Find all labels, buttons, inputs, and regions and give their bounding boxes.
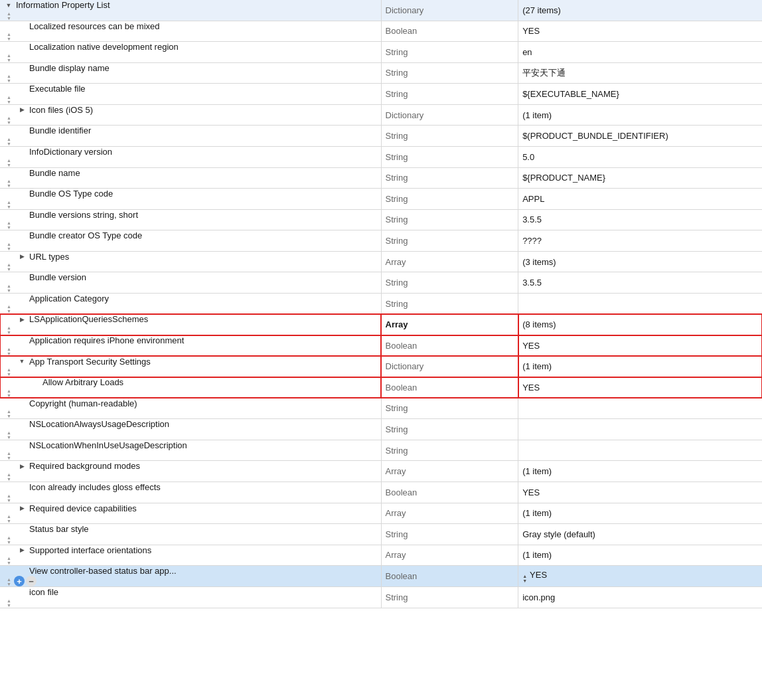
sort-arrows[interactable]: ▲▼ [7,200,11,209]
key-label: View controller-based status bar app... [29,566,177,576]
table-row[interactable]: NSLocationAlwaysUsageDescription▲▼String [0,419,762,440]
type-label: String [386,152,408,162]
sort-arrows[interactable]: ▲▼ [7,325,11,335]
table-row[interactable]: Application Category▲▼String [0,293,762,314]
key-label: Information Property List [16,0,110,10]
sort-arrows[interactable]: ▲▼ [7,556,11,565]
sort-arrows[interactable]: ▲▼ [7,95,11,104]
sort-arrows[interactable]: ▲▼ [7,262,11,272]
key-label: Allow Arbitrary Loads [42,377,123,387]
value-label: (1 item) [522,508,552,518]
table-row[interactable]: Status bar style▲▼StringGray style (defa… [0,524,762,545]
sort-arrows[interactable]: ▲▼ [7,514,11,523]
sort-arrows[interactable]: ▲▼ [7,430,11,440]
sort-arrows[interactable]: ▲▼ [7,137,11,146]
row-actions: +− [14,576,37,586]
table-row[interactable]: LSApplicationQueriesSchemes▲▼Array(8 ite… [0,314,762,335]
remove-row-button[interactable]: − [26,576,37,586]
type-label: String [386,131,408,141]
table-row[interactable]: Bundle creator OS Type code▲▼String???? [0,230,762,252]
sort-arrows[interactable]: ▲▼ [7,284,11,293]
table-row[interactable]: Application requires iPhone environment▲… [0,335,762,357]
disclosure-icon[interactable] [17,315,27,324]
table-row[interactable]: Bundle identifier▲▼String$(PRODUCT_BUNDL… [0,126,762,147]
key-label: Required device capabilities [29,503,137,513]
key-label: icon file [29,587,58,597]
disclosure-icon[interactable] [17,503,27,513]
sort-arrows[interactable]: ▲▼ [7,158,11,167]
sort-arrows[interactable]: ▲▼ [7,472,11,481]
sort-arrows[interactable]: ▲▼ [7,32,11,41]
type-label: Dictionary [386,110,424,120]
disclosure-icon[interactable] [4,1,13,10]
value-label: 3.5.5 [522,215,542,224]
table-row[interactable]: Executable file▲▼String${EXECUTABLE_NAME… [0,84,762,105]
key-label: LSApplicationQueriesSchemes [29,314,148,324]
value-label: (1 item) [522,361,552,371]
table-row[interactable]: InfoDictionary version▲▼String5.0 [0,146,762,167]
table-row[interactable]: URL types▲▼Array(3 items) [0,251,762,272]
add-row-button[interactable]: + [14,576,25,586]
table-row[interactable]: Localized resources can be mixed▲▼Boolea… [0,21,762,42]
sort-arrows[interactable]: ▲▼ [7,53,11,62]
disclosure-icon[interactable] [17,252,27,261]
disclosure-icon[interactable] [17,462,27,471]
type-label: String [386,592,408,602]
sort-arrows[interactable]: ▲▼ [7,389,11,398]
disclosure-icon[interactable] [17,545,27,555]
disclosure-icon[interactable] [17,105,27,114]
sort-arrows[interactable]: ▲▼ [7,179,11,188]
value-label: 平安天下通 [522,68,566,78]
table-row[interactable]: Bundle name▲▼String${PRODUCT_NAME} [0,167,762,189]
sort-arrows[interactable]: ▲▼ [7,577,11,586]
sort-arrows[interactable]: ▲▼ [7,367,11,377]
table-row[interactable]: Bundle version▲▼String3.5.5 [0,272,762,294]
sort-arrows[interactable]: ▲▼ [7,220,11,230]
table-row[interactable]: Localization native development region▲▼… [0,42,762,63]
table-row[interactable]: Bundle OS Type code▲▼StringAPPL [0,189,762,210]
table-row[interactable]: Supported interface orientations▲▼Array(… [0,545,762,566]
table-row[interactable]: App Transport Security Settings▲▼Diction… [0,356,762,377]
sort-arrows[interactable]: ▲▼ [7,116,11,125]
table-row[interactable]: Icon files (iOS 5)▲▼Dictionary(1 item) [0,104,762,126]
type-label: String [386,529,408,539]
table-row[interactable]: Required background modes▲▼Array(1 item) [0,461,762,482]
table-row[interactable]: icon file▲▼Stringicon.png [0,587,762,608]
table-row[interactable]: Copyright (human-readable)▲▼String [0,398,762,419]
sort-arrows[interactable]: ▲▼ [7,304,11,313]
value-label: 3.5.5 [522,278,542,288]
key-label: Copyright (human-readable) [29,398,137,408]
value-label: (1 item) [522,466,552,476]
value-label: YES [522,383,540,393]
table-row[interactable]: Bundle versions string, short▲▼String3.5… [0,209,762,230]
value-label: YES [530,570,547,580]
value-label: $(PRODUCT_BUNDLE_IDENTIFIER) [522,131,668,141]
sort-arrows[interactable]: ▲▼ [7,347,11,356]
sort-arrows[interactable]: ▲▼ [7,409,11,418]
type-label: Boolean [386,383,418,393]
type-label: String [386,194,408,204]
type-label: Boolean [386,487,418,497]
table-row[interactable]: Required device capabilities▲▼Array(1 it… [0,503,762,524]
value-label: ${PRODUCT_NAME} [522,173,605,183]
sort-arrows[interactable]: ▲▼ [7,11,11,21]
sort-arrows[interactable]: ▲▼ [7,451,11,460]
table-row[interactable]: NSLocationWhenInUseUsageDescription▲▼Str… [0,440,762,461]
value-stepper[interactable]: ▲▼ [522,574,527,583]
type-label: String [386,446,408,456]
table-row[interactable]: Allow Arbitrary Loads▲▼BooleanYES [0,377,762,398]
table-row[interactable]: Information Property List▲▼Dictionary(27… [0,0,762,21]
table-row[interactable]: Icon already includes gloss effects▲▼Boo… [0,481,762,503]
key-label: Application requires iPhone environment [29,335,184,345]
sort-arrows[interactable]: ▲▼ [7,74,11,83]
sort-arrows[interactable]: ▲▼ [7,242,11,251]
table-row[interactable]: View controller-based status bar app...▲… [0,566,762,587]
type-label: String [386,236,408,246]
sort-arrows[interactable]: ▲▼ [7,493,11,503]
sort-arrows[interactable]: ▲▼ [7,598,11,608]
value-label: (27 items) [522,5,561,15]
sort-arrows[interactable]: ▲▼ [7,535,11,545]
type-label: String [386,403,408,413]
disclosure-icon[interactable] [17,357,27,366]
table-row[interactable]: Bundle display name▲▼String平安天下通 [0,62,762,84]
